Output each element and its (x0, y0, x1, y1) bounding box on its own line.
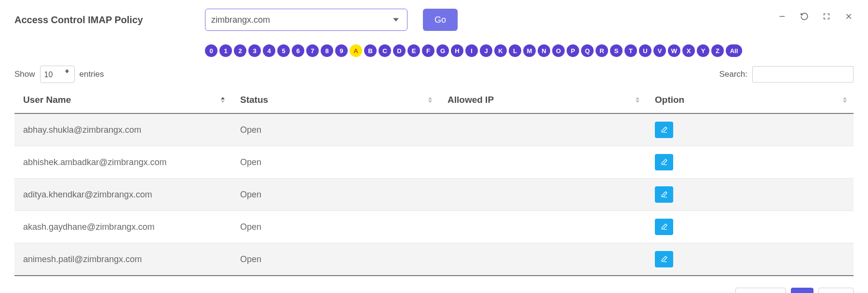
table-row: aditya.khendkar@zimbrangx.comOpen (14, 179, 854, 211)
col-username[interactable]: User Name (14, 87, 231, 113)
cell-allowed-ip (439, 179, 646, 211)
alpha-8[interactable]: 8 (321, 44, 333, 57)
edit-button[interactable] (655, 251, 673, 267)
alpha-v[interactable]: V (653, 44, 666, 57)
col-allowed-ip[interactable]: Allowed IP (439, 87, 646, 113)
col-ip-label: Allowed IP (448, 95, 494, 105)
entries-label: entries (80, 70, 104, 79)
edit-icon (660, 158, 668, 166)
alpha-6[interactable]: 6 (292, 44, 304, 57)
cell-allowed-ip (439, 146, 646, 179)
page-1[interactable]: 1 (791, 288, 814, 293)
alpha-t[interactable]: T (624, 44, 637, 57)
alpha-m[interactable]: M (523, 44, 536, 57)
cell-allowed-ip (439, 113, 646, 146)
cell-allowed-ip (439, 211, 646, 243)
go-button[interactable]: Go (423, 9, 458, 31)
alpha-c[interactable]: C (379, 44, 391, 57)
close-icon[interactable] (844, 12, 854, 21)
refresh-icon[interactable] (800, 12, 809, 21)
col-status-label: Status (240, 95, 268, 105)
cell-status: Open (231, 243, 439, 276)
domain-select[interactable]: zimbrangx.com (205, 9, 407, 31)
alpha-1[interactable]: 1 (219, 44, 232, 57)
alpha-f[interactable]: F (422, 44, 434, 57)
edit-button[interactable] (655, 122, 673, 138)
fullscreen-icon[interactable] (822, 12, 831, 21)
cell-option (646, 243, 854, 276)
cell-option (646, 211, 854, 243)
table-row: animesh.patil@zimbrangx.comOpen (14, 243, 854, 276)
previous-button[interactable]: Previous (735, 288, 786, 293)
col-status[interactable]: Status (231, 87, 439, 113)
minimize-icon[interactable] (777, 12, 787, 21)
table-row: akash.gaydhane@zimbrangx.comOpen (14, 211, 854, 243)
cell-status: Open (231, 146, 439, 179)
alpha-u[interactable]: U (639, 44, 651, 57)
alpha-3[interactable]: 3 (248, 44, 261, 57)
edit-button[interactable] (655, 154, 673, 170)
alpha-2[interactable]: 2 (234, 44, 246, 57)
page-title: Access Control IMAP Policy (14, 14, 205, 26)
cell-username: akash.gaydhane@zimbrangx.com (14, 211, 231, 243)
alpha-q[interactable]: Q (581, 44, 594, 57)
cell-status: Open (231, 211, 439, 243)
alpha-p[interactable]: P (567, 44, 579, 57)
alpha-9[interactable]: 9 (335, 44, 348, 57)
cell-option (646, 146, 854, 179)
table-row: abhay.shukla@zimbrangx.comOpen (14, 113, 854, 146)
alpha-r[interactable]: R (596, 44, 608, 57)
alpha-e[interactable]: E (407, 44, 420, 57)
alphabet-filter: 0123456789ABCDEFGHIJKLMNOPQRSTUVWXYZAll (14, 44, 854, 57)
length-select[interactable]: 10 (40, 66, 75, 83)
edit-icon (660, 223, 668, 231)
window-controls (777, 12, 854, 21)
edit-button[interactable] (655, 219, 673, 235)
alpha-w[interactable]: W (668, 44, 680, 57)
alpha-k[interactable]: K (494, 44, 507, 57)
cell-username: abhishek.ambadkar@zimbrangx.com (14, 146, 231, 179)
table-row: abhishek.ambadkar@zimbrangx.comOpen (14, 146, 854, 179)
alpha-x[interactable]: X (682, 44, 695, 57)
pagination: Previous 1 Next (735, 288, 854, 293)
col-option[interactable]: Option (646, 87, 854, 113)
alpha-5[interactable]: 5 (277, 44, 290, 57)
search-input[interactable] (752, 66, 854, 83)
next-button[interactable]: Next (818, 288, 854, 293)
search-control: Search: (719, 66, 854, 83)
alpha-0[interactable]: 0 (205, 44, 217, 57)
edit-icon (660, 191, 668, 198)
edit-icon (660, 126, 668, 134)
alpha-g[interactable]: G (436, 44, 449, 57)
alpha-o[interactable]: O (552, 44, 565, 57)
alpha-n[interactable]: N (538, 44, 550, 57)
col-username-label: User Name (23, 95, 71, 105)
cell-status: Open (231, 113, 439, 146)
cell-username: aditya.khendkar@zimbrangx.com (14, 179, 231, 211)
cell-username: abhay.shukla@zimbrangx.com (14, 113, 231, 146)
alpha-z[interactable]: Z (711, 44, 724, 57)
alpha-j[interactable]: J (480, 44, 492, 57)
alpha-a[interactable]: A (350, 44, 362, 57)
alpha-7[interactable]: 7 (306, 44, 319, 57)
edit-icon (660, 255, 668, 263)
alpha-4[interactable]: 4 (263, 44, 275, 57)
cell-username: animesh.patil@zimbrangx.com (14, 243, 231, 276)
cell-allowed-ip (439, 243, 646, 276)
alpha-d[interactable]: D (393, 44, 406, 57)
alpha-s[interactable]: S (610, 44, 623, 57)
alpha-b[interactable]: B (364, 44, 377, 57)
search-label: Search: (719, 70, 747, 79)
length-control: Show 10 entries (14, 66, 104, 83)
alpha-i[interactable]: I (465, 44, 478, 57)
edit-button[interactable] (655, 186, 673, 203)
cell-status: Open (231, 179, 439, 211)
cell-option (646, 113, 854, 146)
alpha-h[interactable]: H (451, 44, 463, 57)
alpha-all[interactable]: All (726, 44, 742, 57)
show-label: Show (14, 70, 35, 79)
alpha-l[interactable]: L (509, 44, 521, 57)
cell-option (646, 179, 854, 211)
alpha-y[interactable]: Y (697, 44, 709, 57)
users-table: User Name Status Allowed IP Option abhay… (14, 87, 854, 276)
